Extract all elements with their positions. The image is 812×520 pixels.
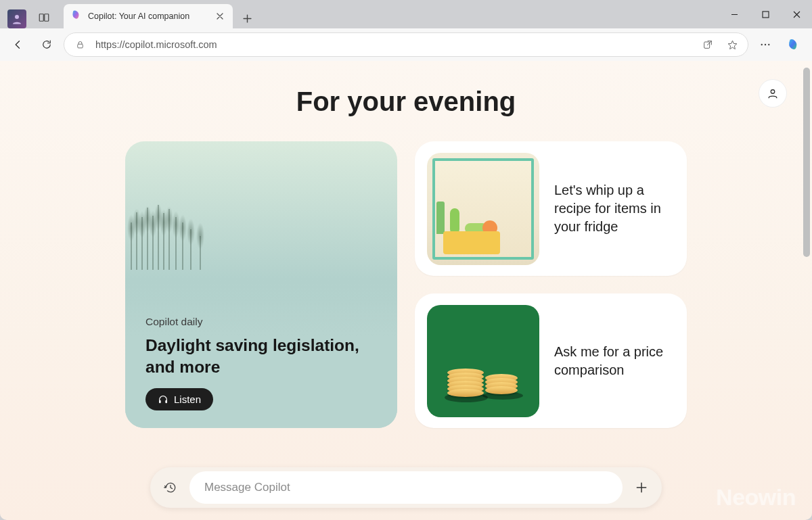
browser-toolbar (0, 28, 812, 61)
avatar-icon (7, 9, 26, 28)
fridge-illustration (427, 153, 539, 265)
recipe-suggestion-card[interactable]: Let's whip up a recipe for items in your… (415, 141, 687, 276)
price-comparison-card[interactable]: Ask me for a price comparison (415, 293, 687, 428)
pinned-tabs (0, 5, 61, 28)
svg-rect-1 (39, 14, 43, 22)
profile-button[interactable] (759, 80, 786, 107)
pinned-tab-avatar[interactable] (5, 9, 28, 28)
history-icon (164, 481, 177, 494)
close-icon (793, 11, 800, 18)
coins-illustration (427, 305, 539, 417)
refresh-icon (41, 39, 53, 51)
svg-rect-3 (763, 11, 769, 18)
forest-illustration (125, 189, 233, 270)
page-viewport: For your evening Copilot daily Daylight … (0, 61, 812, 520)
close-icon (217, 13, 223, 20)
ellipsis-icon (759, 39, 771, 51)
listen-label: Listen (174, 394, 201, 405)
copilot-icon (70, 9, 83, 24)
maximize-button[interactable] (750, 0, 781, 28)
svg-point-7 (765, 44, 766, 45)
svg-point-9 (771, 90, 775, 94)
back-button[interactable] (7, 33, 30, 56)
svg-rect-5 (704, 42, 710, 48)
compose-input[interactable] (204, 481, 608, 494)
compose-input-wrapper[interactable] (189, 471, 623, 504)
card-eyebrow: Copilot daily (145, 316, 377, 328)
card-text: Let's whip up a recipe for items in your… (554, 181, 671, 236)
close-window-button[interactable] (781, 0, 812, 28)
card-headline: Daylight saving legislation, and more (145, 335, 377, 377)
maximize-icon (762, 11, 769, 18)
favorite-button[interactable] (723, 36, 741, 53)
card-text: Ask me for a price comparison (554, 343, 671, 379)
tab-title: Copilot: Your AI companion (88, 11, 208, 21)
external-link-icon (702, 39, 713, 50)
listen-button[interactable]: Listen (145, 388, 213, 410)
window-controls (719, 0, 812, 28)
workspaces-icon (38, 11, 50, 26)
open-in-app-button[interactable] (699, 36, 717, 53)
svg-rect-11 (165, 400, 167, 403)
compose-bar (150, 467, 662, 508)
plus-icon (243, 14, 252, 23)
tab-close-button[interactable] (214, 10, 226, 22)
star-icon (727, 39, 738, 51)
lock-icon (75, 40, 85, 50)
pinned-tab-workspaces[interactable] (32, 9, 55, 28)
svg-rect-10 (159, 400, 161, 403)
svg-point-8 (768, 44, 769, 45)
side-cards: Let's whip up a recipe for items in your… (415, 141, 687, 428)
minimize-icon (731, 11, 738, 18)
more-menu-button[interactable] (754, 33, 777, 56)
headphones-icon (158, 394, 168, 405)
copilot-daily-card[interactable]: Copilot daily Daylight saving legislatio… (125, 141, 397, 428)
history-button[interactable] (154, 471, 187, 504)
person-icon (766, 87, 780, 100)
add-button[interactable] (625, 471, 658, 504)
svg-point-0 (15, 15, 19, 19)
main-card-body: Copilot daily Daylight saving legislatio… (125, 298, 397, 428)
site-info-button[interactable] (71, 36, 89, 53)
plus-icon (635, 481, 648, 494)
browser-title-bar: Copilot: Your AI companion (0, 0, 812, 28)
sidebar-copilot-button[interactable] (782, 33, 805, 56)
refresh-button[interactable] (35, 33, 58, 56)
svg-rect-2 (45, 14, 49, 22)
svg-point-6 (761, 44, 763, 45)
new-tab-button[interactable] (237, 8, 257, 28)
scrollbar[interactable] (802, 64, 811, 517)
address-bar[interactable] (64, 32, 748, 57)
minimize-button[interactable] (719, 0, 750, 28)
page-title: For your evening (0, 87, 812, 117)
svg-rect-4 (77, 44, 83, 48)
watermark: Neowin (716, 484, 796, 511)
active-tab[interactable]: Copilot: Your AI companion (64, 4, 233, 28)
back-icon (12, 39, 24, 51)
url-input[interactable] (95, 39, 692, 50)
cards-container: Copilot daily Daylight saving legislatio… (0, 141, 812, 428)
copilot-icon (786, 37, 801, 52)
scrollbar-thumb[interactable] (803, 68, 810, 257)
